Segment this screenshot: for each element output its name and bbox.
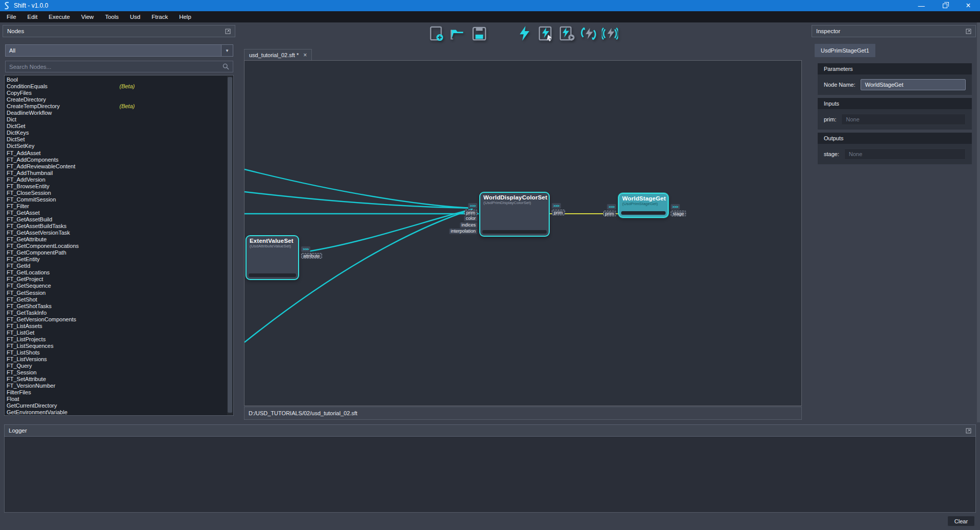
menu-ftrack[interactable]: Ftrack bbox=[146, 11, 174, 22]
node-list-item[interactable]: FT_ListAssets bbox=[5, 323, 233, 330]
port-prim-in[interactable]: prim bbox=[464, 210, 478, 215]
parameter-field-nodename[interactable]: WorldStageGet bbox=[861, 79, 966, 90]
node-list-item[interactable]: DictKeys bbox=[5, 130, 233, 136]
collection-port-in[interactable]: >>> bbox=[607, 204, 616, 210]
menu-file[interactable]: File bbox=[1, 11, 22, 22]
node-list-item[interactable]: FT_GetVersionComponents bbox=[5, 316, 233, 323]
minimize-button[interactable]: — bbox=[910, 0, 933, 11]
node-list-item[interactable]: FT_Session bbox=[5, 369, 233, 376]
node-list-item[interactable]: FT_GetSequence bbox=[5, 283, 233, 289]
menu-usd[interactable]: Usd bbox=[125, 11, 146, 22]
node-list-item[interactable]: GetEnvironmentVariable bbox=[5, 409, 233, 416]
inspector-scrollbar[interactable] bbox=[977, 22, 980, 422]
node-list-item[interactable]: FT_AddVersion bbox=[5, 176, 233, 183]
node-list-item[interactable]: FT_GetEntity bbox=[5, 256, 233, 263]
scrollbar-handle[interactable] bbox=[228, 77, 232, 413]
port-stage-out[interactable]: stage bbox=[671, 211, 686, 216]
node-list-item[interactable]: FT_AddReviewableContent bbox=[5, 163, 233, 170]
selected-node-chip[interactable]: UsdPrimStageGet1 bbox=[815, 44, 875, 57]
node-list-item[interactable]: FT_ListVersions bbox=[5, 356, 233, 363]
close-button[interactable]: × bbox=[957, 0, 980, 11]
menu-view[interactable]: View bbox=[76, 11, 100, 22]
node-list-item[interactable]: FilterFiles bbox=[5, 389, 233, 396]
undock-icon[interactable] bbox=[966, 29, 971, 34]
menu-help[interactable]: Help bbox=[174, 11, 197, 22]
node-list-item[interactable]: FT_CommitSession bbox=[5, 196, 233, 203]
node-list-item[interactable]: Bool bbox=[5, 77, 233, 83]
open-file-icon[interactable] bbox=[450, 25, 466, 42]
node-list-item[interactable]: FT_GetAssetVersionTask bbox=[5, 230, 233, 236]
port-indices-in[interactable]: indices bbox=[460, 222, 477, 228]
port-attribute-out[interactable]: attribute bbox=[301, 253, 322, 259]
node-list-item[interactable]: GetCurrentDirectory bbox=[5, 402, 233, 409]
port-color-in[interactable]: color bbox=[464, 216, 477, 221]
save-file-icon[interactable] bbox=[471, 25, 487, 42]
node-list-item[interactable]: FT_GetTaskInfo bbox=[5, 310, 233, 316]
node-list-item[interactable]: FT_GetShotTasks bbox=[5, 303, 233, 310]
clear-log-button[interactable]: Clear bbox=[947, 516, 975, 526]
search-input[interactable]: Search Nodes... bbox=[5, 61, 233, 72]
graph-node-worlddisplaycolorset[interactable]: WorldDisplayColorSet(UsdPrimDisplayColor… bbox=[479, 192, 550, 237]
execute-icon[interactable] bbox=[516, 25, 532, 42]
node-list-item[interactable]: FT_ListShots bbox=[5, 349, 233, 356]
node-list-item[interactable]: CopyFiles bbox=[5, 90, 233, 96]
node-list-item[interactable]: FT_GetLocations bbox=[5, 269, 233, 276]
tab-close-icon[interactable]: × bbox=[303, 53, 307, 58]
node-list-item[interactable]: FT_Query bbox=[5, 363, 233, 369]
collection-port-out[interactable]: >>> bbox=[671, 204, 680, 210]
menu-execute[interactable]: Execute bbox=[43, 11, 76, 22]
restore-button[interactable] bbox=[933, 0, 957, 11]
port-prim-in[interactable]: prim bbox=[603, 211, 617, 216]
new-file-icon[interactable] bbox=[428, 25, 445, 42]
live-execute-icon[interactable] bbox=[602, 25, 618, 42]
node-list-item[interactable]: FT_ListProjects bbox=[5, 336, 233, 343]
collection-port-out[interactable]: >>> bbox=[552, 203, 561, 209]
node-list-item[interactable]: FT_AddComponents bbox=[5, 157, 233, 163]
node-list-item[interactable]: CreateTempDirectory(Beta) bbox=[5, 103, 233, 110]
document-tab[interactable]: usd_tutorial_02.sft * × bbox=[244, 49, 312, 60]
node-filter-select[interactable]: All ▼ bbox=[5, 44, 233, 57]
node-list-item[interactable]: FT_VersionNumber bbox=[5, 383, 233, 389]
graph-node-extentvalueset[interactable]: ExtentValueSet(UsdAttributeValueSet) bbox=[246, 235, 299, 280]
undock-icon[interactable] bbox=[966, 428, 971, 434]
node-list-item[interactable]: Dict bbox=[5, 116, 233, 123]
menu-edit[interactable]: Edit bbox=[22, 11, 43, 22]
node-list-item[interactable]: FT_GetSession bbox=[5, 290, 233, 296]
node-graph-canvas[interactable]: ExtentValueSet(UsdAttributeValueSet)>>>a… bbox=[244, 60, 802, 406]
port-prim-out[interactable]: prim bbox=[552, 210, 565, 215]
node-list-item[interactable]: DeadlineWorkflow bbox=[5, 110, 233, 116]
node-list-item[interactable]: FT_GetComponentLocations bbox=[5, 243, 233, 249]
node-list-item[interactable]: FT_BrowseEntity bbox=[5, 183, 233, 190]
node-list-item[interactable]: FT_GetComponentPath bbox=[5, 249, 233, 256]
node-list-item[interactable]: FT_Filter bbox=[5, 203, 233, 210]
node-list-item[interactable]: FT_GetId bbox=[5, 263, 233, 269]
node-list-item[interactable]: FT_AddAsset bbox=[5, 150, 233, 157]
node-list-scrollbar[interactable] bbox=[227, 76, 233, 415]
node-list-item[interactable]: DictSetKey bbox=[5, 143, 233, 149]
node-type-list[interactable]: BoolConditionEquals(Beta)CopyFilesCreate… bbox=[4, 75, 234, 416]
undock-icon[interactable] bbox=[225, 29, 231, 34]
collection-port-in[interactable]: >>> bbox=[468, 203, 477, 209]
node-list-item[interactable]: DictGet bbox=[5, 123, 233, 130]
graph-node-worldstageget[interactable]: WorldStageGet(UsdPrimStageGet) bbox=[618, 193, 669, 218]
node-list-item[interactable]: FT_GetAssetBuild bbox=[5, 216, 233, 223]
port-interpolation-in[interactable]: interpolation bbox=[449, 229, 477, 234]
reload-execute-icon[interactable] bbox=[580, 25, 597, 42]
node-list-item[interactable]: Float bbox=[5, 396, 233, 402]
node-list-item[interactable]: FT_ListGet bbox=[5, 330, 233, 336]
node-list-item[interactable]: FT_GetAttribute bbox=[5, 236, 233, 243]
collection-port-out[interactable]: >>> bbox=[301, 246, 310, 252]
node-list-item[interactable]: FT_GetAssetBuildTasks bbox=[5, 223, 233, 230]
execute-selected-icon[interactable] bbox=[537, 25, 554, 42]
node-list-item[interactable]: FT_ListSequences bbox=[5, 343, 233, 349]
node-list-item[interactable]: FT_SetAttribute bbox=[5, 376, 233, 383]
node-list-item[interactable]: ConditionEquals(Beta) bbox=[5, 83, 233, 90]
node-list-item[interactable]: FT_GetProject bbox=[5, 276, 233, 283]
execute-to-node-icon[interactable] bbox=[559, 25, 575, 42]
menu-tools[interactable]: Tools bbox=[100, 11, 125, 22]
node-list-item[interactable]: CreateDirectory bbox=[5, 96, 233, 103]
node-list-item[interactable]: FT_CloseSession bbox=[5, 190, 233, 196]
node-list-item[interactable]: DictSet bbox=[5, 136, 233, 143]
node-list-item[interactable]: FT_GetAsset bbox=[5, 210, 233, 216]
node-list-item[interactable]: FT_GetShot bbox=[5, 296, 233, 303]
